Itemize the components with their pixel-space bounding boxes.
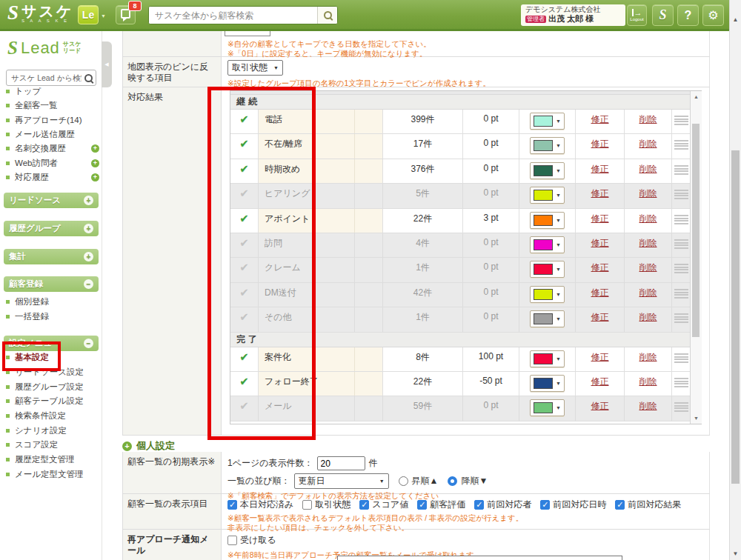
sidebar-item[interactable]: 検索条件設定 [6, 409, 99, 424]
edit-link[interactable]: 修正 [591, 400, 609, 413]
sidebar-item[interactable]: スコア設定 [6, 438, 99, 453]
pin-field-select[interactable]: 取引状態 ▼ [227, 60, 283, 76]
sidebar-menu-item[interactable]: メール送信履歴 [6, 127, 99, 141]
edit-link[interactable]: 修正 [591, 376, 609, 388]
expand-plus-icon[interactable] [91, 159, 99, 167]
color-picker-button[interactable]: ▼ [530, 212, 565, 229]
checkbox[interactable] [540, 500, 550, 510]
sidebar-menu-item[interactable]: Web訪問者 [6, 156, 99, 170]
delete-link[interactable]: 削除 [639, 261, 657, 274]
sasuke-home-button[interactable]: S [652, 4, 674, 26]
delete-link[interactable]: 削除 [639, 187, 657, 200]
expand-plus-icon[interactable] [91, 144, 99, 153]
sidebar-menu-item[interactable]: 名刺交換履歴 [6, 141, 99, 156]
edit-link[interactable]: 修正 [591, 351, 609, 364]
group-header-aggregate[interactable]: 集計 + [4, 249, 99, 264]
result-enabled-toggle[interactable] [230, 347, 259, 371]
collapse-icon[interactable]: − [84, 279, 93, 289]
color-picker-button[interactable]: ▼ [530, 162, 565, 179]
edit-link[interactable]: 修正 [591, 287, 609, 299]
receive-mail-checkbox-item[interactable]: 受け取る [227, 534, 276, 547]
color-picker-button[interactable]: ▼ [530, 187, 565, 204]
sidebar-item[interactable]: 顧客テーブル設定 [6, 394, 99, 409]
descending-radio[interactable] [448, 476, 457, 486]
result-enabled-toggle[interactable] [230, 134, 259, 158]
color-picker-button[interactable]: ▼ [530, 137, 565, 154]
group-header-register[interactable]: 顧客登録 − [4, 276, 99, 292]
drag-handle-icon[interactable] [674, 264, 688, 274]
result-enabled-toggle[interactable] [230, 110, 259, 133]
scroll-down-arrow[interactable]: ▼ [691, 416, 702, 421]
column-checkbox-item[interactable]: 顧客評価 [417, 499, 465, 511]
global-search-button[interactable] [317, 7, 337, 24]
global-search-input[interactable] [149, 7, 317, 24]
color-picker-button[interactable]: ▼ [530, 375, 565, 392]
checkbox[interactable] [417, 500, 427, 510]
scroll-up-arrow[interactable]: ▲ [691, 94, 702, 99]
color-picker-button[interactable]: ▼ [530, 310, 565, 327]
delete-link[interactable]: 削除 [639, 163, 657, 176]
sidebar-item[interactable]: 基本設定 [6, 350, 99, 365]
group-header-leadsource[interactable]: リードソース + [4, 193, 99, 208]
edit-link[interactable]: 修正 [591, 113, 609, 126]
help-button[interactable]: ? [677, 4, 699, 26]
result-enabled-toggle[interactable] [230, 258, 259, 281]
edit-link[interactable]: 修正 [591, 187, 609, 200]
edit-link[interactable]: 修正 [591, 163, 609, 176]
delete-link[interactable]: 削除 [639, 351, 657, 364]
sidebar-item[interactable]: 履歴グループ設定 [6, 379, 99, 394]
checkbox[interactable] [615, 500, 625, 510]
drag-handle-icon[interactable] [674, 165, 688, 176]
lead-search-input[interactable] [10, 73, 83, 83]
delete-link[interactable]: 削除 [639, 376, 657, 388]
result-enabled-toggle[interactable] [230, 184, 259, 207]
sidebar-item[interactable]: 個別登録 [6, 295, 99, 310]
checkbox[interactable] [474, 500, 484, 510]
drag-handle-icon[interactable] [674, 239, 688, 250]
color-picker-button[interactable]: ▼ [530, 350, 565, 367]
le-dropdown-caret-icon[interactable]: ▼ [101, 13, 106, 19]
edit-link[interactable]: 修正 [591, 261, 609, 274]
delete-link[interactable]: 削除 [639, 311, 657, 324]
color-picker-button[interactable]: ▼ [530, 236, 565, 253]
column-checkbox-item[interactable]: 取引状態 [302, 499, 350, 511]
scrollbar-thumb[interactable] [692, 124, 700, 337]
result-enabled-toggle[interactable] [230, 209, 259, 233]
sidebar-item[interactable]: リードソース設定 [6, 365, 99, 380]
color-picker-button[interactable]: ▼ [530, 399, 565, 416]
column-checkbox-item[interactable]: 前回対応日時 [540, 499, 606, 511]
delete-link[interactable]: 削除 [639, 237, 657, 250]
settings-gear-button[interactable]: ⚙ [702, 4, 724, 26]
edit-link[interactable]: 修正 [591, 311, 609, 324]
edit-link[interactable]: 修正 [591, 237, 609, 250]
sidebar-item[interactable]: 履歴定型文管理 [6, 453, 99, 467]
color-picker-button[interactable]: ▼ [530, 113, 565, 130]
result-enabled-toggle[interactable] [230, 307, 259, 331]
scrollbar-thumb[interactable] [731, 150, 740, 484]
expand-plus-icon[interactable] [91, 173, 99, 181]
delete-link[interactable]: 削除 [639, 113, 657, 126]
drag-handle-icon[interactable] [674, 353, 688, 364]
sidebar-collapse-tab[interactable]: ◀ [102, 41, 112, 87]
column-checkbox-item[interactable]: 前回対応者 [474, 499, 531, 511]
checkbox[interactable] [227, 536, 237, 545]
logout-button[interactable]: → Logout [627, 4, 647, 26]
drag-handle-icon[interactable] [674, 140, 688, 150]
delete-link[interactable]: 削除 [639, 287, 657, 299]
delete-link[interactable]: 削除 [639, 138, 657, 150]
expand-icon[interactable]: + [84, 224, 93, 233]
mail-address-box[interactable] [337, 556, 622, 560]
lead-app-button[interactable]: Le [78, 5, 99, 24]
checkbox[interactable] [302, 500, 312, 510]
expand-icon[interactable]: + [84, 196, 93, 205]
drag-handle-icon[interactable] [674, 402, 688, 413]
drag-handle-icon[interactable] [674, 215, 688, 225]
scroll-up-arrow[interactable]: ▲ [730, 16, 741, 23]
column-checkbox-item[interactable]: 前回対応結果 [615, 499, 681, 511]
sort-field-select[interactable]: 更新日 ▼ [294, 473, 389, 489]
drag-handle-icon[interactable] [674, 190, 688, 200]
edit-link[interactable]: 修正 [591, 138, 609, 150]
delete-link[interactable]: 削除 [639, 400, 657, 413]
result-enabled-toggle[interactable] [230, 283, 259, 307]
sidebar-menu-item[interactable]: 再アプローチ(14) [6, 113, 99, 127]
